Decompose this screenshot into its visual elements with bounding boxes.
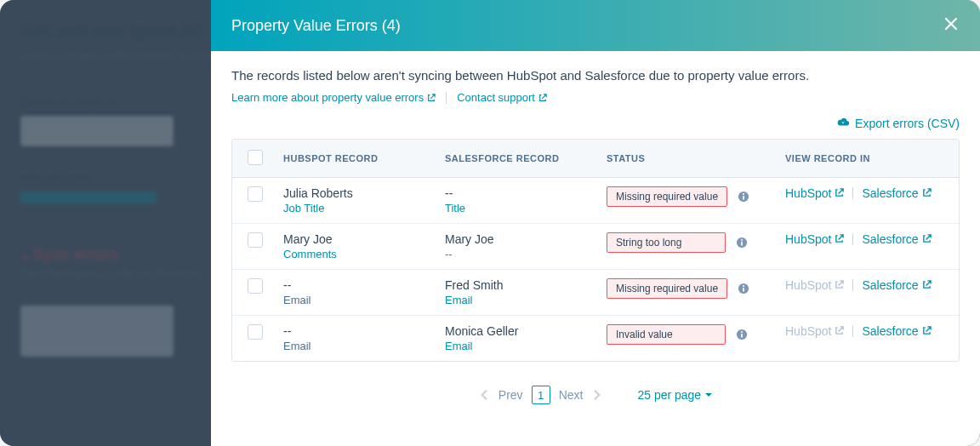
pagination: Prev 1 Next <box>478 386 604 404</box>
contact-support-link[interactable]: Contact support <box>457 91 547 104</box>
property-value-errors-modal: Property Value Errors (4) The records li… <box>211 0 980 446</box>
hubspot-record-name: Mary Joe <box>283 232 333 246</box>
view-in-hubspot-link: HubSpot <box>785 278 844 292</box>
modal-description: The records listed below aren't syncing … <box>231 68 960 83</box>
table-row: -- Email Monica Geller Email Invalid val… <box>232 316 959 362</box>
external-link-icon <box>922 232 932 246</box>
errors-table: HUBSPOT RECORD SALESFORCE RECORD STATUS … <box>231 139 960 362</box>
external-link-icon <box>835 232 844 246</box>
salesforce-record-name: Monica Geller <box>445 324 518 338</box>
divider <box>852 233 853 245</box>
select-all-checkbox[interactable] <box>248 150 263 165</box>
info-icon[interactable] <box>736 237 748 249</box>
svg-point-5 <box>741 239 743 241</box>
export-errors-link[interactable]: Export errors (CSV) <box>836 116 960 130</box>
divider <box>852 187 853 199</box>
modal-title: Property Value Errors (4) <box>231 17 401 35</box>
view-in-hubspot-link[interactable]: HubSpot <box>785 186 844 200</box>
external-link-icon <box>922 324 932 338</box>
hubspot-property-link[interactable]: Comments <box>283 248 428 260</box>
table-row: -- Email Fred Smith Email Missing requir… <box>232 270 959 316</box>
per-page-selector[interactable]: 25 per page <box>637 388 713 402</box>
next-page-button[interactable] <box>591 389 603 401</box>
cloud-download-icon <box>836 116 850 130</box>
view-in-salesforce-link[interactable]: Salesforce <box>862 232 931 246</box>
salesforce-property-link[interactable]: Email <box>445 294 590 306</box>
row-checkbox[interactable] <box>248 186 263 202</box>
salesforce-property-link[interactable]: Title <box>445 202 590 214</box>
view-in-salesforce-link[interactable]: Salesforce <box>862 278 931 292</box>
column-header-status: STATUS <box>598 140 777 178</box>
divider <box>446 92 447 104</box>
table-footer: Prev 1 Next 25 per page <box>211 362 980 425</box>
external-link-icon <box>835 186 844 200</box>
svg-point-8 <box>743 285 744 287</box>
help-links: Learn more about property value errors C… <box>231 91 960 104</box>
column-header-view: VIEW RECORD IN <box>777 140 959 178</box>
external-link-icon <box>538 94 547 102</box>
hubspot-property-link[interactable]: Job Title <box>283 202 428 214</box>
view-in-salesforce-link[interactable]: Salesforce <box>862 324 931 338</box>
status-badge: Invalid value <box>607 324 726 345</box>
chevron-down-icon <box>704 388 713 402</box>
salesforce-property-link[interactable]: Email <box>445 340 590 352</box>
modal-body: The records listed below aren't syncing … <box>211 51 980 139</box>
external-link-icon <box>835 278 844 292</box>
prev-label[interactable]: Prev <box>499 388 523 402</box>
table-row: Julia Roberts Job Title -- Title Missing… <box>232 178 959 224</box>
hubspot-property-link: Email <box>283 340 428 352</box>
hubspot-record-name: -- <box>283 278 291 292</box>
view-in-hubspot-link[interactable]: HubSpot <box>785 232 844 246</box>
external-link-icon <box>835 324 844 338</box>
learn-more-link[interactable]: Learn more about property value errors <box>231 91 436 104</box>
row-checkbox[interactable] <box>248 232 263 248</box>
svg-rect-4 <box>741 242 743 245</box>
row-checkbox[interactable] <box>248 324 263 340</box>
svg-rect-10 <box>741 334 743 337</box>
page-number[interactable]: 1 <box>532 386 550 404</box>
status-badge: Missing required value <box>607 186 727 207</box>
divider <box>852 325 853 337</box>
svg-point-2 <box>743 193 744 195</box>
salesforce-record-name: Mary Joe <box>445 232 494 246</box>
svg-point-11 <box>741 331 743 333</box>
close-button[interactable] <box>943 15 960 36</box>
row-checkbox[interactable] <box>248 278 263 294</box>
external-link-icon <box>922 186 932 200</box>
next-label[interactable]: Next <box>559 388 584 402</box>
external-link-icon <box>922 278 932 292</box>
svg-rect-1 <box>743 196 744 199</box>
info-icon[interactable] <box>738 283 749 294</box>
info-icon[interactable] <box>736 329 748 340</box>
table-row: Mary Joe Comments Mary Joe -- String too… <box>232 224 959 270</box>
view-in-hubspot-link: HubSpot <box>785 324 844 338</box>
status-badge: String too long <box>607 232 726 253</box>
hubspot-record-name: -- <box>283 324 291 338</box>
hubspot-record-name: Julia Roberts <box>283 186 353 200</box>
external-link-icon <box>427 94 436 102</box>
salesforce-record-name: -- <box>445 186 453 200</box>
prev-page-button[interactable] <box>478 389 490 401</box>
info-icon[interactable] <box>738 191 749 203</box>
hubspot-property-link: Email <box>283 294 428 306</box>
salesforce-record-name: Fred Smith <box>445 278 503 292</box>
view-in-salesforce-link[interactable]: Salesforce <box>862 186 931 200</box>
divider <box>852 279 853 291</box>
column-header-salesforce: SALESFORCE RECORD <box>436 140 598 178</box>
modal-header: Property Value Errors (4) <box>211 0 980 51</box>
status-badge: Missing required value <box>607 278 727 299</box>
column-header-hubspot: HUBSPOT RECORD <box>275 140 436 178</box>
salesforce-property-link: -- <box>445 248 590 260</box>
svg-rect-7 <box>743 288 744 291</box>
